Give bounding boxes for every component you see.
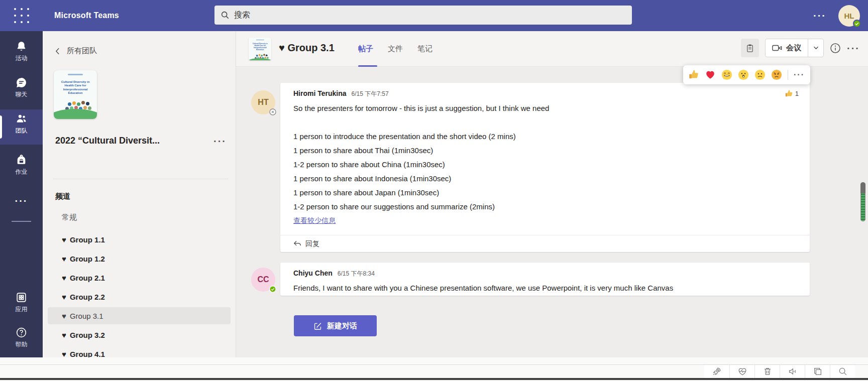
chat-icon	[15, 76, 28, 89]
rail-item-assignments[interactable]: 作业	[0, 151, 43, 179]
health-button[interactable]	[729, 365, 754, 378]
avatar[interactable]: HL	[838, 5, 860, 27]
team-image-topline	[68, 74, 82, 75]
message-line: 1 person to introduce the presentation a…	[293, 130, 797, 144]
new-conversation-label: 新建对话	[327, 321, 357, 331]
message-body: So the presenters for tomorrow - this is…	[293, 101, 797, 214]
active-tab-underline	[358, 65, 377, 67]
reaction-sad-icon[interactable]	[754, 69, 766, 80]
back-to-all-teams[interactable]: 所有团队	[55, 46, 97, 56]
tab-posts[interactable]: 帖子	[358, 44, 373, 54]
teams-app: Microsoft Teams ··· HL 活动 聊天	[0, 0, 868, 381]
rail-item-teams[interactable]: 团队	[0, 109, 43, 145]
like-count-badge[interactable]: 1	[785, 89, 799, 98]
video-camera-icon	[772, 44, 782, 52]
message-line: 1 person to share about Indonesia (1min3…	[293, 172, 797, 186]
channel-item[interactable]: ♥Group 3.2	[43, 325, 236, 344]
team-image-people	[68, 102, 71, 106]
header-controls: 会议 ···	[741, 39, 860, 57]
search-input[interactable]	[234, 11, 626, 20]
reaction-surprised-icon[interactable]	[738, 69, 749, 80]
app-rail: 活动 聊天 团队 作业 ··· 应用 帮助	[0, 31, 43, 357]
rail-item-help[interactable]: 帮助	[0, 323, 43, 352]
channel-name: Group 2.2	[70, 293, 105, 301]
avatar-initials: CC	[257, 275, 269, 284]
team-title-row: 2022 “Cultural Diversit... ···	[55, 136, 227, 146]
see-less-link[interactable]: 查看较少信息	[293, 216, 336, 225]
clipboard-button[interactable]	[741, 39, 759, 57]
reaction-laugh-icon[interactable]	[721, 69, 732, 80]
meeting-dropdown[interactable]	[808, 39, 823, 57]
rail-item-label: 作业	[16, 168, 28, 176]
status-available-icon	[853, 20, 861, 28]
heart-icon: ♥	[62, 274, 66, 282]
scrollbar-thumb[interactable]	[860, 182, 865, 221]
avatar[interactable]: HT	[251, 90, 275, 114]
channel-name: Group 3.2	[70, 331, 105, 339]
rail-item-label: 活动	[16, 54, 28, 63]
channel-item[interactable]: ♥Group 2.1	[43, 268, 236, 287]
reaction-angry-icon[interactable]	[771, 69, 782, 80]
heart-icon: ♥	[62, 331, 66, 339]
zoom-search-button[interactable]	[830, 365, 855, 378]
channel-main: Cultural Diversity in Health Care for In…	[236, 31, 868, 357]
channel-list: ♥Group 1.1 ♥Group 1.2 ♥Group 2.1 ♥Group …	[43, 230, 236, 363]
team-image[interactable]: Cultural Diversity in Health Care for In…	[54, 70, 97, 119]
search-box[interactable]	[214, 6, 632, 25]
rail-item-label: 团队	[16, 126, 28, 135]
team-title: 2022 “Cultural Diversit...	[55, 136, 160, 146]
reaction-like-icon[interactable]	[688, 69, 699, 80]
rocket-button[interactable]	[704, 365, 729, 378]
header-more-icon[interactable]: ···	[847, 43, 860, 53]
topbar-more-icon[interactable]: ···	[813, 11, 826, 21]
windows-button[interactable]	[805, 365, 830, 378]
volume-button[interactable]	[780, 365, 805, 378]
reply-arrow-icon	[293, 240, 301, 247]
team-more-icon[interactable]: ···	[213, 136, 227, 146]
bottom-toolbar	[0, 357, 868, 381]
tab-notes[interactable]: 笔记	[417, 44, 432, 54]
avatar[interactable]: CC	[251, 268, 275, 292]
channel-item[interactable]: ♥Group 2.2	[43, 287, 236, 306]
reaction-more-icon[interactable]: ···	[794, 71, 805, 79]
channel-item[interactable]: ♥Group 1.1	[43, 230, 236, 249]
info-button[interactable]	[830, 43, 841, 54]
team-image-grass	[54, 109, 97, 119]
meeting-button[interactable]: 会议	[765, 39, 824, 57]
rail-item-label: 帮助	[16, 340, 28, 349]
sidebar-divider	[53, 179, 229, 179]
message-card: Chiyu Chen 6/15 下午8:34 Friends, I want t…	[280, 263, 810, 296]
new-conversation-button[interactable]: 新建对话	[294, 315, 377, 336]
reply-button[interactable]: 回复	[280, 235, 810, 252]
message-line: 1 person to share about Thai (1min30sec)	[293, 144, 797, 158]
channel-title: ♥ Group 3.1	[279, 42, 335, 54]
channel-name: Group 2.1	[70, 274, 105, 282]
message-author: Hiromi Terukina	[293, 89, 347, 97]
team-image-caption: Cultural Diversity in Health Care for In…	[54, 80, 97, 95]
rail-item-activity[interactable]: 活动	[0, 37, 43, 66]
search-icon	[221, 11, 230, 20]
trash-button[interactable]	[754, 365, 780, 378]
layered-windows-icon	[813, 366, 823, 376]
app-launcher-icon[interactable]	[13, 7, 30, 24]
heart-icon: ♥	[62, 255, 66, 263]
thumbnail-caption: Cultural Diversity in Health Care for In…	[249, 43, 271, 51]
channel-item-selected[interactable]: ♥Group 3.1	[43, 306, 236, 325]
channel-item-general[interactable]: 常规	[62, 213, 77, 222]
message-line: So the presenters for tomorrow - this is…	[293, 101, 797, 115]
channel-name: Group 1.2	[70, 255, 105, 263]
rail-item-chat[interactable]: 聊天	[0, 73, 43, 102]
rail-item-apps[interactable]: 应用	[0, 288, 43, 317]
rail-more-icon[interactable]: ···	[0, 196, 43, 206]
rail-divider	[12, 221, 31, 222]
chevron-down-icon	[813, 46, 819, 50]
channel-team-thumbnail[interactable]: Cultural Diversity in Health Care for In…	[249, 38, 271, 60]
message-timestamp: 6/15 下午7:57	[352, 90, 389, 98]
tab-files[interactable]: 文件	[388, 44, 403, 54]
rail-item-label: 聊天	[16, 90, 28, 99]
channel-item[interactable]: ♥Group 1.2	[43, 249, 236, 268]
message-line: Friends, I want to share with you a Chin…	[293, 281, 797, 295]
channel-header: Cultural Diversity in Health Care for In…	[236, 31, 868, 67]
reaction-heart-icon[interactable]	[705, 69, 716, 80]
channel-name: Group 1.1	[70, 235, 105, 244]
